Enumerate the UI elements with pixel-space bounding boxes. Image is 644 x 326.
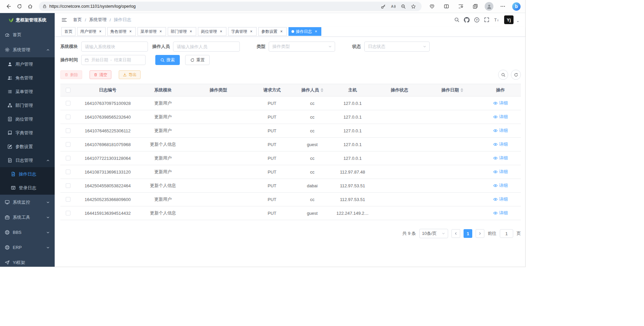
tab-close-icon[interactable]: ×: [314, 29, 318, 34]
current-page-button[interactable]: 1: [464, 229, 472, 238]
sidebar-item-menu-management[interactable]: 菜单管理: [0, 85, 55, 99]
tab-close-icon[interactable]: ×: [128, 29, 133, 34]
sidebar-item-user-management[interactable]: 用户管理: [0, 57, 55, 71]
header-operator-sortable[interactable]: 操作人员: [294, 87, 331, 93]
sidebar-item-system-monitor[interactable]: 系统监控: [0, 195, 55, 210]
table-row[interactable]: 1641087313696133120 更新用户 PUT cc 112.97.8…: [60, 165, 521, 179]
sidebar-item-system-tools[interactable]: 系统工具: [0, 210, 55, 225]
detail-link[interactable]: 详细: [493, 155, 508, 161]
sidebar-collapse-button[interactable]: [61, 17, 67, 23]
table-row[interactable]: 1641076465225306112 更新用户 PUT cc 127.0.0.…: [60, 124, 521, 138]
url-text[interactable]: https://ccnetcore.com:1101/system/log/op…: [49, 4, 136, 9]
table-row[interactable]: 1641077221303128064 更新用户 PUT cc 127.0.0.…: [60, 151, 521, 165]
address-bar[interactable]: https://ccnetcore.com:1101/system/log/op…: [39, 2, 422, 11]
goto-page-input[interactable]: [500, 229, 513, 238]
header-operation-date-sortable[interactable]: 操作日期: [425, 87, 480, 93]
browser-refresh-button[interactable]: [14, 1, 25, 11]
sidebar-item-dict-management[interactable]: 字典管理: [0, 126, 55, 140]
clear-button[interactable]: 清空: [90, 70, 111, 79]
row-checkbox[interactable]: [66, 211, 70, 215]
detail-link[interactable]: 详细: [493, 128, 508, 134]
tab-close-icon[interactable]: ×: [98, 29, 103, 34]
avatar-dropdown-caret-icon[interactable]: [516, 19, 520, 23]
type-select[interactable]: 操作类型: [269, 42, 335, 52]
zoom-out-icon[interactable]: [398, 2, 408, 11]
browser-settings-icon[interactable]: [498, 2, 508, 11]
table-row[interactable]: 1644159136394514432 更新个人信息 PUT guest 122…: [60, 206, 521, 220]
app-logo[interactable]: 意框架管理系统: [0, 13, 55, 27]
tab[interactable]: 角色管理 ×: [107, 27, 136, 36]
add-favorite-star-icon[interactable]: [408, 2, 418, 11]
split-screen-icon[interactable]: [441, 2, 451, 11]
row-checkbox[interactable]: [66, 101, 70, 106]
detail-link[interactable]: 详细: [493, 210, 508, 216]
password-key-icon[interactable]: [378, 2, 388, 11]
tab[interactable]: 操作日志 ×: [288, 27, 321, 36]
github-icon[interactable]: [464, 17, 470, 23]
tab[interactable]: 岗位管理 ×: [198, 27, 226, 36]
detail-link[interactable]: 详细: [493, 196, 508, 202]
row-checkbox[interactable]: [66, 115, 70, 119]
favorites-bar-icon[interactable]: [456, 2, 466, 11]
browser-back-button[interactable]: [3, 1, 14, 11]
delete-button[interactable]: 删除: [60, 70, 82, 79]
sidebar-item-bbs[interactable]: BBS: [0, 225, 55, 240]
table-row[interactable]: 1641076968181075968 更新个人信息 PUT guest 127…: [60, 138, 521, 151]
sidebar-item-yi-framework[interactable]: Yi框架: [0, 255, 55, 267]
tab-close-icon[interactable]: ×: [279, 29, 284, 34]
reset-button[interactable]: 重置: [185, 55, 210, 65]
detail-link[interactable]: 详细: [493, 141, 508, 147]
fullscreen-icon[interactable]: [484, 17, 489, 22]
user-avatar[interactable]: Yj: [504, 15, 514, 24]
detail-link[interactable]: 详细: [493, 100, 508, 106]
row-checkbox[interactable]: [66, 170, 70, 174]
detail-link[interactable]: 详细: [493, 114, 508, 120]
toggle-search-button[interactable]: [498, 70, 508, 80]
tab[interactable]: 首页: [61, 27, 75, 36]
tab-close-icon[interactable]: ×: [249, 29, 254, 34]
breadcrumb-home[interactable]: 首页: [73, 17, 82, 23]
module-input[interactable]: [81, 42, 148, 52]
row-checkbox[interactable]: [66, 183, 70, 188]
sidebar-item-post-management[interactable]: 岗位管理: [0, 112, 55, 126]
sidebar-item-parameter-settings[interactable]: 参数设置: [0, 140, 55, 153]
tab-close-icon[interactable]: ×: [158, 29, 163, 34]
browser-essentials-icon[interactable]: [427, 2, 437, 11]
row-checkbox[interactable]: [66, 197, 70, 202]
sidebar-item-home[interactable]: 首页: [0, 27, 55, 42]
tab[interactable]: 参数设置 ×: [258, 27, 287, 36]
row-checkbox[interactable]: [66, 156, 70, 160]
browser-home-button[interactable]: [25, 1, 36, 11]
browser-profile-avatar[interactable]: [485, 2, 493, 11]
row-checkbox[interactable]: [66, 128, 70, 133]
export-button[interactable]: 导出: [119, 70, 141, 79]
search-button[interactable]: 搜索: [155, 55, 180, 65]
tab[interactable]: 菜单管理 ×: [138, 27, 166, 36]
read-aloud-icon[interactable]: [388, 2, 398, 11]
sidebar-item-role-management[interactable]: 角色管理: [0, 71, 55, 85]
table-row[interactable]: 1642504558053822464 更新个人信息 PUT dabai 112…: [60, 179, 521, 193]
help-icon[interactable]: [474, 17, 480, 23]
collections-icon[interactable]: [470, 2, 480, 11]
tab[interactable]: 部门管理 ×: [168, 27, 196, 36]
sidebar-item-operation-log[interactable]: 操作日志: [0, 167, 55, 181]
text-size-icon[interactable]: [494, 17, 500, 22]
tab[interactable]: 用户管理 ×: [77, 27, 106, 36]
sidebar-item-log-management[interactable]: 日志管理: [0, 153, 55, 167]
row-checkbox[interactable]: [66, 142, 70, 147]
next-page-button[interactable]: [476, 229, 484, 238]
refresh-table-button[interactable]: [511, 70, 521, 80]
prev-page-button[interactable]: [451, 229, 460, 238]
table-row[interactable]: 1641076370975100928 更新用户 PUT cc 127.0.0.…: [60, 96, 521, 110]
copilot-icon[interactable]: b: [512, 2, 521, 11]
date-range-picker[interactable]: 开始日期 - 结束日期: [81, 55, 146, 65]
sidebar-item-erp[interactable]: ERP: [0, 240, 55, 255]
detail-link[interactable]: 详细: [493, 169, 508, 175]
sidebar-item-system-management[interactable]: 系统管理: [0, 42, 55, 57]
table-row[interactable]: 1642505235366809600 更新用户 PUT cc 112.97.5…: [60, 193, 521, 206]
select-all-checkbox[interactable]: [66, 88, 70, 92]
breadcrumb-system-management[interactable]: 系统管理: [89, 17, 107, 23]
detail-link[interactable]: 详细: [493, 183, 508, 189]
sidebar-item-department-management[interactable]: 部门管理: [0, 99, 55, 112]
sidebar-item-login-log[interactable]: 登录日志: [0, 181, 55, 195]
